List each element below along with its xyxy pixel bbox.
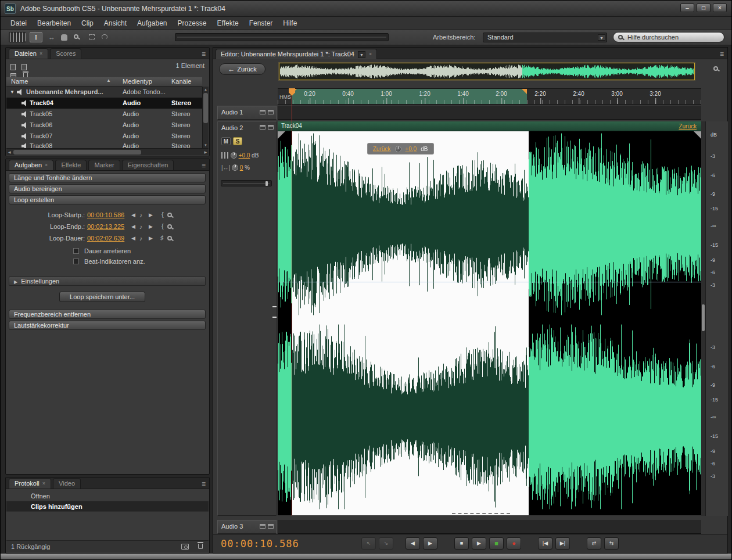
close-icon[interactable]: × (369, 49, 372, 59)
shuffle-toggle-button[interactable]: ⇆ (604, 537, 619, 550)
loop-end-value[interactable]: 00:02:13.225 (87, 223, 124, 230)
file-tree-root[interactable]: ▼ Unbenannte Mehrspurd... Adobe Tondo... (6, 87, 202, 98)
step-forward-icon[interactable]: ▶ (149, 224, 153, 229)
time-selection-tool[interactable]: I (30, 32, 42, 42)
overview-strip[interactable] (279, 63, 695, 80)
scrollbar-thumb[interactable] (702, 304, 705, 331)
track-output-slider[interactable] (221, 180, 272, 186)
panel-menu-icon[interactable]: ≡ (202, 161, 206, 170)
track-collapse-icon[interactable] (268, 524, 274, 529)
go-to-end-button[interactable]: ▶| (555, 537, 570, 550)
task-frequenzbereich[interactable]: Frequenzbereich entfernen (9, 310, 206, 319)
waveform-display[interactable]: Zurück +0,0 dB (278, 131, 701, 515)
track-options-icon[interactable] (260, 125, 265, 130)
zoom-tool-icon[interactable] (74, 34, 78, 39)
previous-clip-button[interactable]: ◀ (406, 537, 420, 550)
close-icon[interactable]: × (40, 49, 42, 59)
column-type[interactable]: Medientyp (123, 78, 152, 85)
scrub-bar[interactable] (175, 33, 389, 41)
minimize-button[interactable]: – (680, 3, 694, 12)
loop-playback-button[interactable]: ■ (489, 537, 504, 550)
loop-duration-value[interactable]: 00:02:02.639 (87, 235, 124, 242)
track-header-audio3[interactable]: Audio 3 (217, 520, 277, 534)
zoom-icon[interactable] (713, 66, 718, 71)
zoom-to-loop-icon[interactable] (167, 213, 172, 217)
clip-title-bar[interactable]: Track04 Zurück (278, 121, 701, 131)
menu-hilfe[interactable]: Hilfe (278, 17, 302, 29)
track-options-icon[interactable] (260, 110, 265, 114)
close-icon[interactable]: × (45, 160, 48, 170)
playhead[interactable] (292, 88, 292, 516)
task-laenge-tonhoehe[interactable]: Länge und Tonhöhe ändern (9, 173, 206, 182)
tab-protokoll[interactable]: Protokoll× (9, 478, 51, 489)
step-back-icon[interactable]: ◀ (131, 235, 135, 241)
close-icon[interactable]: × (42, 479, 45, 489)
selection-edge-handle[interactable] (272, 306, 277, 307)
hud-back-link[interactable]: Zurück (373, 146, 391, 152)
menu-effekte[interactable]: Effekte (212, 17, 244, 29)
track-collapse-icon[interactable] (268, 110, 274, 114)
checkbox-icon[interactable] (73, 259, 79, 264)
close-button[interactable]: × (713, 3, 727, 12)
menu-bearbeiten[interactable]: Bearbeiten (32, 17, 76, 29)
table-row-track04[interactable]: Track04 Audio Stereo (6, 98, 202, 109)
disclosure-icon[interactable]: ▼ (10, 87, 15, 98)
loop-toggle-button[interactable]: ⇄ (587, 537, 601, 550)
files-vertical-scrollbar[interactable]: ▲ ▼ (202, 87, 209, 148)
step-forward-icon[interactable]: ▶ (149, 235, 153, 241)
history-item-add-clips[interactable]: Clips hinzufügen (6, 501, 209, 512)
files-horizontal-scrollbar[interactable]: ◀ ▶ (6, 148, 209, 155)
menu-datei[interactable]: Datei (5, 17, 32, 29)
zoom-scrollbar[interactable] (452, 513, 510, 514)
lasso-tool-icon[interactable] (102, 34, 107, 40)
scroll-down-icon[interactable]: ▼ (203, 142, 209, 148)
volume-knob[interactable] (231, 152, 237, 159)
track-collapse-icon[interactable] (268, 125, 274, 130)
menu-aufgaben[interactable]: Aufgaben (132, 17, 172, 29)
column-name[interactable]: Name (11, 78, 28, 85)
tab-scores[interactable]: Scores (50, 48, 81, 59)
save-loop-button[interactable]: Loop speichern unter... (59, 292, 145, 302)
go-to-start-button[interactable]: |◀ (538, 537, 552, 550)
tab-eigenschaften[interactable]: Eigenschaften (122, 160, 174, 170)
task-lautstaerke[interactable]: Lautstärkekorrektur (9, 321, 206, 330)
panel-menu-icon[interactable]: ≡ (202, 480, 206, 488)
slip-tool-icon[interactable]: ↔ (48, 33, 55, 41)
step-back-icon[interactable]: ◀ (131, 224, 135, 229)
track-options-icon[interactable] (260, 524, 265, 529)
waveform-view-tool[interactable] (9, 32, 26, 42)
panel-menu-icon[interactable]: ≡ (720, 50, 724, 58)
maximize-button[interactable]: □ (697, 3, 711, 12)
history-item-open[interactable]: Öffnen (6, 491, 209, 501)
help-search-input[interactable]: Hilfe durchsuchen (613, 32, 724, 42)
tab-effekte[interactable]: Effekte (55, 160, 87, 170)
volume-envelope-line[interactable] (278, 282, 701, 282)
clip-back-link[interactable]: Zurück (679, 122, 697, 131)
track-header-audio2[interactable]: Audio 2 M S +0,0 dB |↔| 0 % (217, 121, 277, 516)
scrollbar-thumb[interactable] (13, 150, 141, 155)
tab-marker[interactable]: Marker (88, 160, 120, 170)
checkbox-row-beat[interactable]: Beat-Indikatoren anz. (73, 258, 145, 266)
settings-collapsible[interactable]: ▶Einstellungen (9, 277, 206, 286)
task-loop-erstellen[interactable]: Loop erstellen (9, 195, 206, 204)
column-channels[interactable]: Kanäle (171, 78, 191, 85)
editor-vertical-scrollbar[interactable] (701, 121, 705, 516)
next-clip-button[interactable]: ▶ (423, 537, 437, 550)
window-resize-edge[interactable] (1, 554, 731, 560)
waveform-canvas-left-channel[interactable] (278, 131, 701, 317)
snapshot-icon[interactable] (181, 544, 189, 550)
scroll-right-icon[interactable]: ▶ (204, 149, 207, 156)
table-row-track06[interactable]: Track06 Audio Stereo (6, 120, 202, 131)
table-row-track08[interactable]: Track08 Audio Stereo (6, 141, 202, 148)
checkbox-row-dauer[interactable]: Dauer arretieren (73, 247, 131, 256)
note-icon[interactable]: ♪ (139, 235, 142, 242)
clip-gain-hud[interactable]: Zurück +0,0 dB (367, 143, 434, 155)
track-header-audio1[interactable]: Audio 1 (217, 106, 277, 120)
fade-out-handle[interactable] (694, 131, 701, 139)
menu-ansicht[interactable]: Ansicht (99, 17, 132, 29)
tab-editor[interactable]: Editor: Unbenannte Mehrspurdatei 1 *: Tr… (216, 49, 377, 59)
marquee-tool-icon[interactable] (89, 34, 95, 40)
back-button[interactable]: ←Zurück (219, 63, 265, 75)
volume-value[interactable]: +0,0 (239, 152, 250, 159)
pan-value[interactable]: 0 (240, 164, 243, 171)
